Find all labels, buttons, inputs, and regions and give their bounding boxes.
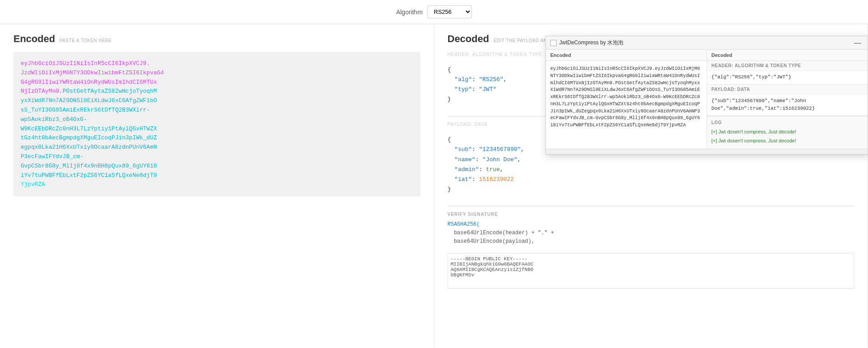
token-payload-part: POstGetfAytaZS82wHcjoTyoqhMyxXiWdR7Nn7A2… — [21, 88, 157, 178]
jwt-encoded-text[interactable]: eyJhbGciOiJSUzI1NiIsInR5cCI6IkpXVCJ9.eyJ… — [546, 61, 707, 149]
jwt-payload-section: PAYLOAD: DATA {"sub":"1234567890","name"… — [707, 85, 868, 116]
jwt-payload-section-label: PAYLOAD: DATA — [707, 85, 868, 95]
encoded-title: Encoded — [13, 33, 55, 45]
jwt-minimize-button[interactable]: — — [852, 39, 863, 47]
iat-value: 1516239022 — [479, 176, 514, 183]
jwt-decoded-col-header: Decoded — [707, 50, 868, 61]
jwt-log: LOG [+] Jwt dosen't compress, Just decod… — [707, 116, 868, 149]
jwt-body: Encoded eyJhbGciOiJSUzI1NiIsInR5cCI6IkpX… — [546, 50, 868, 149]
jwt-decompress-window: JwtDeCompress by 水泡泡 — Encoded eyJhbGciO… — [545, 36, 868, 155]
typ-value: "JWT" — [479, 86, 497, 93]
admin-key: "admin" — [454, 166, 479, 173]
alg-key: "alg" — [454, 76, 472, 83]
jwt-scrollbar[interactable] — [546, 149, 868, 154]
typ-key: "typ" — [454, 86, 472, 93]
jwt-window-icon — [550, 40, 557, 46]
decoded-title: Decoded — [448, 33, 489, 45]
jwt-log-header: LOG — [712, 120, 864, 125]
encoded-panel-header: Encoded PASTE A TOKEN HERE — [13, 33, 420, 45]
name-key: "name" — [454, 156, 475, 163]
jwt-header-section-body: {"alg":"RS256","typ":"JWT"} — [707, 71, 868, 84]
encoded-subtitle: PASTE A TOKEN HERE — [60, 38, 112, 43]
sig-func: RSASHA256( — [448, 221, 480, 228]
jwt-window-title: JwtDeCompress by 水泡泡 — [559, 39, 623, 47]
jwt-header-section: HEADER: ALGORITHM & TOKEN TYPE {"alg":"R… — [707, 61, 868, 85]
public-key-textarea[interactable]: -----BEGIN PUBLIC KEY----- MIIBIjANBgkqh… — [448, 253, 855, 289]
name-value: "John Doe" — [483, 156, 518, 163]
jwt-encoded-col-header: Encoded — [546, 50, 707, 61]
admin-value: true — [486, 166, 500, 173]
jwt-encoded-column: Encoded eyJhbGciOiJSUzI1NiIsInR5cCI6IkpX… — [546, 50, 707, 149]
signature-block: RSASHA256( base64UrlEncode(header) + "."… — [448, 220, 855, 246]
jwt-log-entry-2: [+] Jwt dosen't compress, Just decode! — [712, 137, 864, 146]
sub-value: "1234567890" — [479, 146, 521, 153]
jwt-payload-section-body: {"sub":"1234567890","name":"John Doe","a… — [707, 95, 868, 116]
token-signature-part: YjpvRZA — [21, 181, 45, 188]
divider-2 — [448, 206, 855, 206]
algorithm-select[interactable]: RS256 HS256 HS384 HS512 RS384 RS512 — [427, 5, 472, 18]
sig-line1: base64UrlEncode(header) + "." + — [454, 230, 554, 236]
jwt-log-entry-1: [+] Jwt dosen't compress, Just decode! — [712, 128, 864, 137]
encoded-panel: Encoded PASTE A TOKEN HERE eyJhbGciOiJSU… — [0, 24, 434, 348]
jwt-titlebar-left: JwtDeCompress by 水泡泡 — [550, 39, 623, 47]
sub-key: "sub" — [454, 146, 472, 153]
jwt-header-section-label: HEADER: ALGORITHM & TOKEN TYPE — [707, 61, 868, 71]
encoded-token-display[interactable]: eyJhbGciOiJSUzI1NiIsInR5cCI6IkpXVCJ9.Jzd… — [13, 52, 420, 197]
jwt-decoded-column: Decoded HEADER: ALGORITHM & TOKEN TYPE {… — [707, 50, 868, 149]
alg-value: "RS256" — [479, 76, 504, 83]
signature-section-label: VERIFY SIGNATURE — [448, 212, 855, 217]
jwt-decoded-content: HEADER: ALGORITHM & TOKEN TYPE {"alg":"R… — [707, 61, 868, 116]
algorithm-label: Algorithm — [396, 9, 423, 16]
sig-line2: base64UrlEncode(payload), — [454, 238, 535, 245]
top-bar: Algorithm RS256 HS256 HS384 HS512 RS384 … — [0, 0, 868, 24]
jwt-titlebar: JwtDeCompress by 水泡泡 — — [546, 36, 868, 50]
iat-key: "iat" — [454, 176, 472, 183]
